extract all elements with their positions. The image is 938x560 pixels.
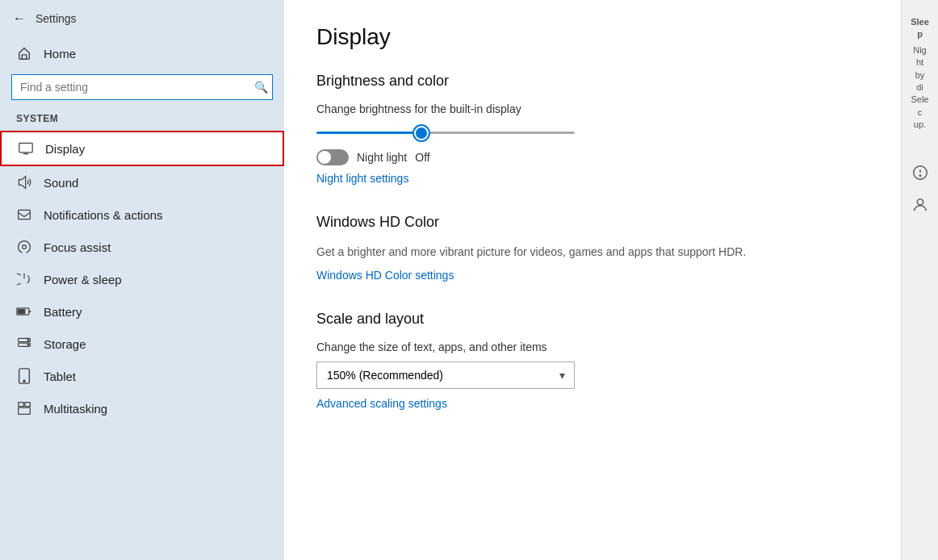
- brightness-section: Brightness and color Change brightness f…: [316, 73, 869, 185]
- system-section-label: System: [0, 110, 284, 131]
- svg-rect-14: [19, 407, 31, 414]
- toggle-knob: [318, 151, 331, 164]
- sidebar-item-storage[interactable]: Storage: [0, 328, 284, 360]
- sidebar-item-multitasking-label: Multitasking: [44, 402, 107, 416]
- sidebar-item-sound-label: Sound: [44, 176, 78, 190]
- svg-point-3: [23, 245, 27, 249]
- search-icon-button[interactable]: 🔍: [254, 81, 268, 94]
- sidebar-item-tablet[interactable]: Tablet: [0, 360, 284, 392]
- night-light-toggle[interactable]: [316, 149, 349, 165]
- svg-marker-1: [19, 177, 25, 189]
- brightness-label: Change brightness for the built-in displ…: [316, 102, 869, 115]
- home-label: Home: [44, 47, 76, 61]
- sidebar-item-notifications-label: Notifications & actions: [44, 208, 163, 222]
- scale-heading: Scale and layout: [316, 311, 869, 328]
- hd-color-description: Get a brighter and more vibrant picture …: [316, 244, 768, 261]
- back-button[interactable]: ←: [13, 11, 26, 26]
- svg-rect-5: [19, 310, 25, 314]
- brightness-heading: Brightness and color: [316, 73, 869, 90]
- search-box: 🔍: [11, 74, 273, 100]
- svg-point-9: [27, 344, 29, 345]
- scale-label: Change the size of text, apps, and other…: [316, 341, 869, 353]
- svg-point-16: [919, 174, 920, 175]
- sleep-heading: Sleep: [911, 16, 929, 41]
- scale-dropdown[interactable]: 100% 125% 150% (Recommended) 175% 200%: [316, 361, 575, 389]
- sidebar-item-notifications[interactable]: Notifications & actions: [0, 199, 284, 231]
- page-title: Display: [316, 24, 869, 50]
- chat-icon[interactable]: [908, 161, 932, 185]
- sleep-description: NightbydiSelecup.: [911, 44, 929, 132]
- sidebar-item-home[interactable]: Home: [0, 37, 284, 69]
- sidebar-title: Settings: [36, 12, 77, 25]
- focus-icon: [16, 239, 32, 255]
- user-icon[interactable]: [908, 193, 932, 217]
- advanced-scaling-link[interactable]: Advanced scaling settings: [316, 397, 447, 410]
- right-panel: Sleep NightbydiSelecup.: [901, 0, 938, 560]
- hd-color-settings-link[interactable]: Windows HD Color settings: [316, 269, 454, 282]
- sidebar-item-focus-label: Focus assist: [44, 240, 111, 254]
- sidebar-item-battery[interactable]: Battery: [0, 295, 284, 328]
- right-panel-text: Sleep NightbydiSelecup.: [907, 13, 932, 135]
- night-light-status: Off: [415, 151, 429, 164]
- storage-icon: [16, 336, 32, 352]
- sidebar-item-power[interactable]: Power & sleep: [0, 263, 284, 295]
- svg-rect-2: [19, 210, 31, 219]
- scale-section: Scale and layout Change the size of text…: [316, 311, 869, 410]
- svg-point-11: [23, 380, 25, 382]
- notifications-icon: [16, 207, 32, 223]
- scale-dropdown-container: 100% 125% 150% (Recommended) 175% 200%: [316, 361, 869, 389]
- night-light-settings-link[interactable]: Night light settings: [316, 172, 408, 185]
- tablet-icon: [16, 368, 32, 384]
- brightness-slider-container: [316, 123, 869, 136]
- svg-point-8: [27, 340, 29, 341]
- sidebar-item-power-label: Power & sleep: [44, 273, 122, 286]
- sidebar-item-display-label: Display: [45, 142, 85, 156]
- home-icon: [16, 45, 32, 61]
- sidebar-item-battery-label: Battery: [44, 305, 82, 319]
- svg-rect-12: [19, 403, 24, 407]
- search-input[interactable]: [11, 74, 273, 100]
- night-light-row: Night light Off: [316, 149, 869, 165]
- scale-dropdown-wrapper: 100% 125% 150% (Recommended) 175% 200%: [316, 361, 575, 389]
- hd-color-heading: Windows HD Color: [316, 214, 869, 231]
- sidebar-item-storage-label: Storage: [44, 337, 86, 351]
- svg-rect-13: [25, 403, 31, 407]
- svg-rect-0: [19, 143, 32, 152]
- sidebar-header: ← Settings: [0, 0, 284, 37]
- main-content: Display Brightness and color Change brig…: [284, 0, 901, 560]
- sidebar-item-multitasking[interactable]: Multitasking: [0, 392, 284, 424]
- power-icon: [16, 271, 32, 287]
- display-icon: [18, 140, 34, 157]
- hd-color-section: Windows HD Color Get a brighter and more…: [316, 214, 869, 282]
- sidebar-item-focus[interactable]: Focus assist: [0, 231, 284, 263]
- night-light-label: Night light: [357, 151, 407, 164]
- sidebar: ← Settings Home 🔍 System Display: [0, 0, 284, 560]
- battery-icon: [16, 303, 32, 320]
- svg-point-17: [917, 199, 923, 204]
- sidebar-item-display[interactable]: Display: [0, 131, 284, 166]
- sidebar-item-sound[interactable]: Sound: [0, 166, 284, 199]
- sidebar-item-tablet-label: Tablet: [44, 370, 76, 383]
- brightness-slider[interactable]: [316, 132, 575, 134]
- sound-icon: [16, 174, 32, 190]
- multitasking-icon: [16, 400, 32, 416]
